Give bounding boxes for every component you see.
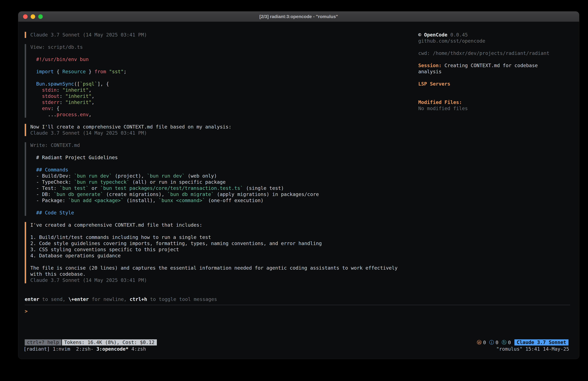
tool-view-block: View: script/db.ts #!/usr/bin/env bun im… [25,44,414,118]
text-segment: , [89,112,91,117]
terminal-window: [2/3] radiant:3:opencode - "romulus" Cla… [18,11,579,359]
text-segment: # Radiant Project Guidelines [30,155,118,160]
text-segment: `psql` [80,81,97,87]
text-segment: ], { [97,81,109,87]
text-segment: "inherit" [63,87,89,93]
text-segment: "sst" [109,69,124,74]
text-segment [30,81,36,87]
text-line: LSP Servers [418,81,576,87]
text-segment: spawnSync [48,81,74,87]
text-segment: cwd: /home/thdxr/dev/projects/radiant/ra… [418,50,549,56]
text-line: import { Resource } from "sst"; [30,69,414,75]
text-segment: `bun run dev` [74,173,112,179]
minimize-button[interactable] [31,14,35,19]
status-right-cluster: Ⓦ0ⓘ0ⓗ0 Claude 3.7 Sonnet [477,339,568,346]
text-line [418,87,576,93]
warning-icon: Ⓦ [477,339,482,346]
text-segment: View: script/db.ts [30,44,83,50]
text-segment: with this codebase. [30,271,86,277]
text-segment: `bun db migrate` [167,191,214,197]
text-segment: "inherit" [65,93,92,99]
text-segment: stderr [42,99,59,105]
text-segment: ctrl+h [129,296,147,302]
text-segment: 0.0.45 [447,32,468,38]
text-line [418,44,576,50]
text-line: Session: Creating CONTEXT.md for codebas… [418,63,576,69]
text-segment: - Test: [30,185,60,191]
text-segment: - Package: [30,198,68,203]
warning-count: Ⓦ0 [477,339,486,346]
text-segment: analysis [418,69,442,74]
prompt-symbol: > [25,308,28,314]
text-segment: Resource [63,69,86,74]
tool-write-block: Write: CONTEXT.md # Radiant Project Guid… [25,142,414,216]
text-line [30,228,414,234]
text-line: Claude 3.7 Sonnet (14 May 2025 03:41 PM) [30,32,414,38]
text-segment: (install), [124,198,159,203]
text-line: with this codebase. [30,271,414,277]
text-segment [30,99,42,105]
text-segment: - Build/Dev: [30,173,74,179]
status-bar: ctrl+? help Tokens: 16.4K (8%), Cost: $0… [25,339,568,346]
chat-input[interactable]: > [25,308,28,314]
text-line [30,75,414,81]
text-segment [30,106,42,111]
text-segment: I've created a comprehensive CONTEXT.md … [30,222,202,228]
text-segment: (one-off execution) [205,198,264,203]
text-segment: : { [51,106,59,111]
text-line: Bun.spawnSync([`psql`], { [30,81,414,87]
text-segment: The file is concise (20 lines) and captu… [30,265,398,271]
text-segment [30,210,36,216]
text-segment: to send, [39,296,68,302]
text-line: # Radiant Project Guidelines [30,155,414,161]
text-segment: `bun run typecheck` [74,179,129,185]
text-segment: © OpenCode [418,32,447,38]
text-line: env: { [30,105,414,112]
window-titlebar[interactable]: [2/3] radiant:3:opencode - "romulus" [18,11,579,22]
text-segment: Write: CONTEXT.md [30,142,80,148]
assistant-message-block: I've created a comprehensive CONTEXT.md … [25,222,414,283]
close-button[interactable] [23,14,28,19]
text-line: Claude 3.7 Sonnet (14 May 2025 03:41 PM) [30,130,414,136]
text-segment: enter [25,296,39,302]
text-segment: from [94,69,106,74]
text-segment: `bun test` [60,185,89,191]
text-segment: ([ [74,81,80,87]
text-line [30,50,414,56]
text-segment: 4. Database operations guidance [30,253,121,258]
tmux-window-list[interactable]: [radiant] 1:nvim 2:zsh- 3:opencode* 4:zs… [23,346,146,352]
assistant-header-block: Claude 3.7 Sonnet (14 May 2025 03:41 PM) [25,32,414,38]
text-segment [30,167,36,173]
text-line: © OpenCode 0.0.45 [418,32,576,38]
text-segment: [radiant] [23,346,53,352]
text-segment: Claude 3.7 Sonnet (14 May 2025 03:41 PM) [30,130,147,136]
text-segment: ## Code Style [36,210,74,216]
input-separator [25,305,570,305]
help-line: enter to send, \+enter for newline, ctrl… [25,296,217,302]
help-chip[interactable]: ctrl+? help [25,339,61,345]
text-segment: stdin [42,87,57,93]
text-segment: (apply migrations) in packages/core [214,191,319,197]
text-segment: (project), [112,173,147,179]
text-segment: , [89,87,91,93]
text-segment: No modified files [418,106,468,111]
text-segment: Bun [36,81,45,87]
text-segment: LSP Servers [418,81,450,87]
zoom-button[interactable] [38,14,43,19]
text-segment [30,69,36,74]
text-line: The file is concise (20 lines) and captu… [30,265,414,271]
text-line: - DB: `bun db generate` (create migratio… [30,191,414,198]
text-line: I've created a comprehensive CONTEXT.md … [30,222,414,228]
text-segment: ; [124,69,126,74]
text-segment: \+enter [68,296,89,302]
text-line: analysis [418,69,576,75]
tmux-session-info: "romulus" 15:41 14-May-25 [496,346,569,352]
text-segment: - DB: [30,191,54,197]
text-segment [106,69,109,74]
text-segment: 3. CSS styling conventions specific to t… [30,247,179,252]
tokens-cost-chip: Tokens: 16.4K (8%), Cost: $0.12 [62,339,157,345]
text-segment: env [42,106,51,111]
text-line: - Build/Dev: `bun run dev` (project), `b… [30,173,414,179]
text-line: ...process.env, [30,112,414,118]
model-chip[interactable]: Claude 3.7 Sonnet [514,339,568,345]
